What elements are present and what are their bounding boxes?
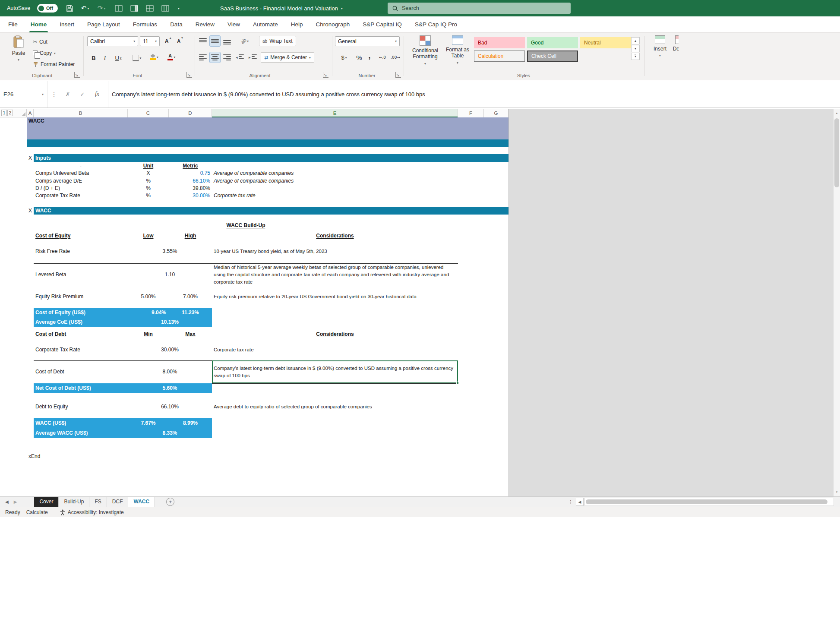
delete-cells-button[interactable]: Delete [668, 33, 679, 52]
number-dialog-launcher[interactable]: ↘ [395, 72, 401, 78]
ribbon-tab-review[interactable]: Review [189, 16, 221, 32]
wacc-result-row[interactable]: WACC (US$) 7.67% 8.99% [34, 418, 212, 428]
sheet-tab-dcf[interactable]: DCF [107, 497, 129, 507]
cell-e25[interactable]: Corporate tax rate [212, 339, 458, 360]
save-button[interactable] [64, 0, 75, 16]
cell-b9[interactable]: Comps average D/E [34, 177, 128, 185]
considerations-header-cod[interactable]: Considerations [212, 329, 458, 339]
unit-column-header[interactable]: Unit [128, 162, 169, 170]
cell-cd25[interactable]: 30.00% [128, 339, 212, 360]
style-neutral[interactable]: Neutral [580, 37, 631, 48]
gallery-more-button[interactable]: ▾ [631, 53, 640, 60]
bottom-align-button[interactable] [222, 36, 232, 46]
col-header-B[interactable]: B [34, 109, 128, 117]
col-header-A[interactable]: A [27, 109, 34, 117]
cell-a1-title-block[interactable]: WACC [27, 117, 508, 139]
cell-b10[interactable]: D / (D + E) [34, 185, 128, 192]
col-header-E[interactable]: E [212, 109, 458, 117]
cell-c8[interactable]: X [128, 170, 169, 177]
search-input[interactable] [402, 5, 557, 11]
freeze-panes-button[interactable] [129, 0, 140, 16]
font-name-combobox[interactable]: Calibri▾ [87, 36, 138, 46]
ribbon-tab-s-p-cap-iq-pro[interactable]: S&P Cap IQ Pro [408, 16, 464, 32]
cell-a6[interactable]: X [27, 154, 34, 162]
document-title[interactable]: SaaS Business - Financial Model and Valu… [216, 0, 347, 16]
sheet-tab-build-up[interactable]: Build-Up [59, 497, 89, 507]
horizontal-scrollbar[interactable] [584, 498, 834, 506]
merge-center-button[interactable]: ⇄Merge & Center▾ [261, 52, 314, 63]
borders-button[interactable]: ▾ [129, 53, 144, 63]
align-center-button[interactable] [210, 52, 220, 63]
ribbon-tab-s-p-capital-iq[interactable]: S&P Capital IQ [356, 16, 408, 32]
align-left-button[interactable] [198, 52, 208, 63]
font-size-combobox[interactable]: 11▾ [140, 36, 160, 46]
considerations-header-coe[interactable]: Considerations [212, 232, 458, 240]
cell-a34-end-marker[interactable]: xEnd [27, 453, 57, 460]
vscroll-down-icon[interactable]: ▾ [836, 490, 838, 494]
ribbon-tab-file[interactable]: File [2, 16, 24, 32]
number-format-combobox[interactable]: General▾ [335, 36, 400, 46]
sheet-nav-next-icon[interactable]: ▶ [14, 499, 17, 504]
enter-button[interactable]: ✓ [75, 91, 90, 98]
tab-scrollbar-splitter-icon[interactable]: ⋮ [568, 499, 573, 505]
cell-e8[interactable]: Average of comparable companies [212, 170, 458, 177]
sheet-tab-fs[interactable]: FS [89, 497, 107, 507]
format-as-table-button[interactable]: Format as Table ▾ [444, 33, 471, 65]
gallery-scroll-up-button[interactable]: ▴ [631, 37, 640, 44]
cut-button[interactable]: ✂Cut [33, 37, 47, 47]
ribbon-tab-data[interactable]: Data [164, 16, 189, 32]
split-panes-button[interactable] [113, 0, 124, 16]
cell-e20[interactable]: Equity risk premium relative to 20-year … [212, 286, 458, 308]
top-align-button[interactable] [198, 36, 208, 46]
ribbon-tab-view[interactable]: View [221, 16, 246, 32]
cost-of-equity-result-row[interactable]: Cost of Equity (US$) 9.04% 11.23% [34, 308, 212, 317]
cell-b20[interactable]: Equity Risk Premium [34, 286, 128, 308]
formula-input[interactable]: Company's latest long-term debt issuance… [112, 91, 840, 98]
gallery-scroll-down-button[interactable]: ▾ [631, 45, 640, 52]
min-header[interactable]: Min [128, 329, 169, 339]
view-side-by-side-button[interactable] [160, 0, 171, 16]
hscroll-left-arrow[interactable]: ◀ [576, 498, 584, 506]
average-wacc-row[interactable]: Average WACC (US$) 8.33% [34, 428, 212, 438]
ribbon-tab-help[interactable]: Help [284, 16, 309, 32]
col-header-G[interactable]: G [484, 109, 508, 117]
format-painter-button[interactable]: Format Painter [33, 60, 75, 69]
ribbon-tab-home[interactable]: Home [24, 16, 54, 32]
copy-button[interactable]: Copy▾ [33, 48, 56, 58]
alignment-dialog-launcher[interactable]: ↘ [323, 72, 328, 78]
wrap-text-button[interactable]: abWrap Text [259, 36, 296, 46]
low-header[interactable]: Low [128, 232, 169, 240]
ribbon-tab-formulas[interactable]: Formulas [126, 16, 164, 32]
cell-e18[interactable]: 10-year US Treasry bond yield, as of May… [212, 240, 458, 263]
comma-style-button[interactable]: , [365, 51, 374, 61]
font-dialog-launcher[interactable]: ↘ [186, 72, 192, 78]
accounting-format-button[interactable]: $▾ [337, 52, 351, 63]
status-calculate[interactable]: Calculate [26, 509, 48, 515]
cell-cd26[interactable]: 8.00% [128, 360, 212, 383]
cell-d10[interactable]: 39.80% [169, 185, 212, 192]
quick-access-caret-button[interactable]: ▾ [174, 0, 183, 16]
cell-d20[interactable]: 7.00% [169, 286, 212, 308]
clipboard-dialog-launcher[interactable]: ↘ [74, 72, 80, 78]
col-header-C[interactable]: C [128, 109, 169, 117]
cost-of-debt-header[interactable]: Cost of Debt [34, 329, 128, 339]
horizontal-scrollbar-thumb[interactable] [586, 499, 827, 504]
accessibility-status[interactable]: Accessibility: Investigate [60, 509, 124, 515]
name-box[interactable]: E26▾ [0, 81, 47, 107]
decrease-indent-button[interactable]: ◂ [236, 52, 244, 63]
cell-c9[interactable]: % [128, 177, 169, 185]
cell-b29[interactable]: Debt to Equity [34, 395, 128, 418]
cell-cd18[interactable]: 3.55% [128, 240, 212, 263]
percent-style-button[interactable]: % [354, 52, 364, 63]
cell-e19[interactable]: Median of historical 5-year average week… [212, 263, 458, 286]
vscroll-up-icon[interactable]: ▴ [836, 111, 838, 115]
grow-font-button[interactable]: A▴ [162, 36, 174, 46]
ribbon-tab-chronograph[interactable]: Chronograph [309, 16, 357, 32]
sheet-tab-wacc[interactable]: WACC [128, 497, 155, 507]
style-bad[interactable]: Bad [474, 37, 525, 48]
conditional-formatting-button[interactable]: Conditional Formatting ▾ [407, 33, 443, 66]
ribbon-tab-automate[interactable]: Automate [246, 16, 284, 32]
cell-c11[interactable]: % [128, 192, 169, 199]
cell-c10[interactable]: % [128, 185, 169, 192]
wacc-section-header[interactable]: WACC [34, 207, 508, 215]
